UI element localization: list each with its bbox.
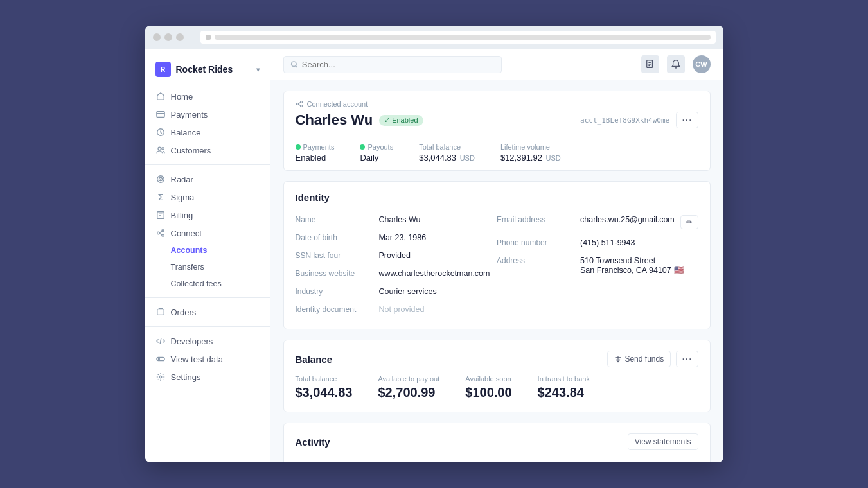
phone-label: Phone number [497, 238, 580, 247]
sidebar-item-collected-fees[interactable]: Collected fees [145, 275, 270, 292]
address-line1: 510 Townsend Street [580, 256, 684, 265]
send-funds-icon [614, 355, 622, 363]
total-balance-currency: USD [460, 154, 475, 162]
search-input[interactable] [302, 60, 495, 69]
sidebar-collected-fees-label: Collected fees [171, 279, 222, 288]
topbar-right: CW [641, 55, 711, 73]
sidebar-item-transfers[interactable]: Transfers [145, 259, 270, 275]
home-icon [155, 91, 166, 101]
available-label: Available to pay out [378, 375, 439, 383]
payouts-stat: Payouts Daily [360, 143, 393, 162]
titlebar [145, 26, 723, 49]
payments-label: Payments [296, 143, 335, 151]
website-value: www.charlestherocketman.com [379, 269, 490, 278]
connect-small-icon [296, 100, 303, 108]
sidebar-item-view-test-data[interactable]: View test data [145, 350, 270, 368]
identity-right-col: Email address charles.wu.25@gmail.com ✏ … [497, 211, 698, 318]
transit-label: In transit to bank [538, 375, 590, 383]
search-icon [290, 60, 298, 69]
svg-line-15 [159, 233, 162, 235]
status-badge: ✓ Enabled [379, 115, 423, 126]
svg-point-20 [159, 376, 162, 378]
sidebar-item-payments[interactable]: Payments [145, 105, 270, 123]
balance-card-header: Balance Send funds ··· [284, 340, 710, 367]
brand-icon: R [155, 62, 171, 77]
total-label: Total balance [296, 375, 353, 383]
sidebar-item-balance[interactable]: Balance [145, 123, 270, 141]
svg-point-3 [158, 147, 161, 150]
tab-payments[interactable]: Payments [296, 455, 348, 462]
sidebar-item-customers[interactable]: Customers [145, 141, 270, 159]
view-statements-button[interactable]: View statements [628, 433, 698, 450]
svg-point-13 [161, 234, 164, 237]
lifetime-volume-currency: USD [546, 154, 561, 162]
total-balance-stat: Total balance $3,044.83 USD [419, 143, 475, 162]
identity-industry-row: Industry Courier services [296, 283, 497, 301]
svg-point-4 [161, 148, 164, 150]
search-box[interactable] [283, 56, 502, 73]
account-card: Connected account Charles Wu ✓ Enabled [283, 91, 711, 171]
soon-label: Available soon [465, 375, 511, 383]
tab-payouts[interactable]: Payouts [398, 455, 444, 462]
account-card-header: Connected account Charles Wu ✓ Enabled [284, 91, 710, 135]
account-title-row: Charles Wu ✓ Enabled acct_1BLeT8G9Xkh4w0… [296, 112, 698, 128]
sidebar-radar-label: Radar [171, 175, 193, 184]
billing-icon [155, 210, 166, 220]
connected-account-label: Connected account [296, 100, 698, 108]
sidebar-item-sigma[interactable]: Sigma [145, 188, 270, 206]
sidebar-item-orders[interactable]: Orders [145, 303, 270, 321]
identity-card: Identity Name Charles Wu Date of birth M… [283, 181, 711, 329]
sidebar-item-home[interactable]: Home [145, 87, 270, 105]
activity-card-header: Activity View statements [284, 423, 710, 450]
sidebar-item-billing[interactable]: Billing [145, 206, 270, 224]
notifications-icon[interactable] [667, 55, 685, 73]
divider-2 [145, 297, 270, 298]
docs-icon[interactable] [641, 55, 659, 73]
minimize-dot [164, 33, 172, 41]
identity-ssn-row: SSN last four Provided [296, 247, 497, 265]
address-label: Address [497, 256, 580, 265]
edit-email-button[interactable]: ✏ [680, 215, 698, 229]
activity-title: Activity [296, 437, 330, 448]
tab-collected-fees[interactable]: Collected fees [444, 455, 512, 462]
sidebar-home-label: Home [171, 92, 193, 101]
dob-value: Mar 23, 1986 [379, 233, 427, 242]
maximize-dot [176, 33, 184, 41]
url-bar[interactable] [200, 31, 716, 44]
brand[interactable]: R Rocket Rides ▾ [145, 59, 270, 87]
total-value: $3,044.83 [296, 385, 353, 400]
activity-tabs: Payments Transfers Payouts Collected fee… [296, 455, 698, 462]
identity-name-row: Name Charles Wu [296, 211, 497, 229]
flag-icon: 🇺🇸 [674, 265, 684, 275]
app-window: R Rocket Rides ▾ Home Payments [145, 26, 723, 462]
sidebar-item-radar[interactable]: Radar [145, 170, 270, 188]
sidebar-item-accounts[interactable]: Accounts [145, 242, 270, 259]
total-balance-label: Total balance [419, 143, 475, 151]
tab-transfers[interactable]: Transfers [348, 455, 398, 462]
identity-title: Identity [284, 182, 710, 211]
sidebar-item-settings[interactable]: Settings [145, 368, 270, 386]
identity-dob-row: Date of birth Mar 23, 1986 [296, 229, 497, 247]
lifetime-volume-label: Lifetime volume [500, 143, 561, 151]
sidebar-sigma-label: Sigma [171, 193, 195, 202]
account-more-button[interactable]: ··· [676, 112, 698, 128]
radar-icon [155, 174, 166, 184]
developers-icon [155, 336, 166, 346]
identity-website-row: Business website www.charlestherocketman… [296, 265, 497, 283]
payments-stat: Payments Enabled [296, 143, 335, 162]
orders-icon [155, 307, 166, 317]
payouts-value: Daily [360, 153, 393, 162]
payments-value: Enabled [296, 153, 335, 162]
send-funds-label: Send funds [624, 354, 664, 363]
divider-1 [145, 164, 270, 165]
send-funds-button[interactable]: Send funds [607, 351, 671, 367]
brand-chevron-icon: ▾ [256, 66, 260, 73]
avatar[interactable]: CW [693, 55, 711, 73]
sidebar-item-developers[interactable]: Developers [145, 332, 270, 350]
sidebar-item-connect[interactable]: Connect [145, 224, 270, 242]
balance-more-button[interactable]: ··· [676, 351, 698, 367]
payments-dot [296, 144, 301, 150]
svg-point-27 [296, 103, 298, 105]
ssn-label: SSN last four [296, 251, 379, 260]
url-text [215, 35, 711, 40]
